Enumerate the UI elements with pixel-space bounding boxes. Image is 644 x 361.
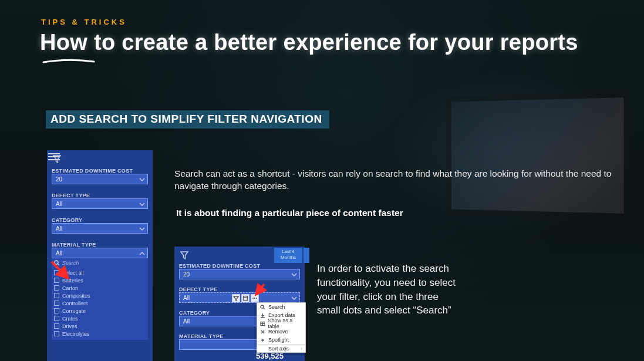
dropdown-value: All (56, 201, 62, 207)
page-title: How to create a better experience for yo… (40, 30, 644, 55)
hamburger-icon[interactable] (48, 151, 60, 161)
totals-value: 539,525 (256, 352, 294, 360)
option-label: Electrolytes (62, 331, 90, 337)
chevron-down-icon (291, 295, 297, 301)
pill-line2: Months (274, 255, 302, 261)
svg-rect-1 (244, 296, 248, 301)
menu-label: Spotlight (268, 337, 289, 343)
menu-item-show-table[interactable]: Show as a table (257, 319, 305, 328)
title-underline (42, 59, 95, 65)
list-item[interactable]: Corrugate (54, 307, 146, 315)
list-item[interactable]: Electrolytes (54, 330, 146, 338)
dropdown-value: All (183, 318, 190, 325)
option-label: Carton (62, 285, 78, 291)
category-dropdown[interactable]: All (52, 223, 148, 234)
filter-label: ESTIMATED DOWNTIME COST (52, 168, 148, 174)
instruction-paragraph: In order to activate the search function… (317, 262, 464, 318)
downtime-cost-dropdown[interactable]: 20 (52, 174, 148, 184)
context-menu: Search Export data Show as a table Remov… (257, 302, 306, 353)
chevron-down-icon (139, 177, 145, 183)
chevron-down-icon (139, 201, 145, 207)
downtime-cost-dropdown[interactable]: 20 (179, 269, 300, 279)
dropdown-value: All (56, 225, 62, 232)
annotation-arrow-icon (48, 258, 74, 284)
annotation-arrow-icon (251, 282, 269, 299)
focus-mode-icon[interactable] (241, 294, 249, 302)
filter-label: DEFECT TYPE (52, 193, 148, 198)
checkbox-icon (54, 301, 59, 306)
menu-label: Search (268, 304, 285, 310)
filter-panel-left: ESTIMATED DOWNTIME COST 20 DEFECT TYPE A… (47, 150, 153, 361)
dropdown-value: All (56, 250, 62, 257)
filter-label: CATEGORY (52, 217, 148, 223)
emphasis-line: It is about finding a particular piece o… (176, 208, 403, 218)
option-label: Controllers (62, 301, 88, 306)
checkbox-icon (54, 308, 59, 313)
option-label: Drives (62, 323, 77, 329)
chevron-up-icon (139, 251, 145, 257)
chevron-right-icon: › (301, 346, 302, 352)
menu-label: Sort axis (268, 346, 289, 352)
checkbox-icon (54, 331, 59, 336)
material-type-dropdown[interactable]: All (52, 248, 148, 258)
list-item[interactable]: Carton (54, 284, 146, 292)
menu-item-sort-axis[interactable]: Sort axis› (257, 344, 305, 352)
option-label: Composites (62, 293, 90, 299)
checkbox-icon (54, 285, 59, 291)
menu-label: Remove (268, 329, 288, 335)
filter-label: MATERIAL TYPE (52, 242, 148, 248)
menu-item-spotlight[interactable]: Spotlight (257, 336, 305, 344)
defect-type-dropdown[interactable]: All (52, 198, 148, 209)
checkbox-icon (54, 293, 59, 298)
filter-label: ESTIMATED DOWNTIME COST (179, 263, 300, 269)
chevron-down-icon (291, 272, 297, 278)
dropdown-value: 20 (56, 176, 62, 183)
dropdown-value: All (183, 295, 190, 301)
date-range-pill[interactable]: Last 4 Months (274, 248, 302, 263)
eyebrow-label: TIPS & TRICKS (41, 18, 644, 26)
list-item[interactable]: Drives (54, 322, 146, 330)
menu-label: Show as a table (268, 318, 302, 329)
option-label: Crates (62, 316, 78, 322)
dropdown-value: 20 (183, 271, 190, 278)
menu-item-search[interactable]: Search (257, 303, 305, 311)
checkbox-icon (54, 316, 59, 321)
list-item[interactable]: Composites (54, 292, 146, 299)
filter-icon (179, 250, 190, 261)
chevron-down-icon (139, 226, 145, 232)
date-range-pill-partial (304, 248, 309, 263)
filter-icon[interactable] (232, 294, 240, 302)
section-heading: ADD SEARCH TO SIMPLIFY FILTER NAVIGATION (46, 110, 329, 129)
svg-point-5 (261, 305, 264, 308)
filter-label: DEFECT TYPE (179, 286, 300, 292)
checkbox-icon (54, 323, 59, 329)
intro-paragraph: Search can act as a shortcut - visitors … (174, 168, 621, 193)
list-item[interactable]: Crates (54, 315, 146, 322)
list-item[interactable]: Controllers (54, 299, 146, 307)
pill-line1: Last 4 (274, 249, 302, 255)
option-label: Corrugate (62, 308, 86, 314)
